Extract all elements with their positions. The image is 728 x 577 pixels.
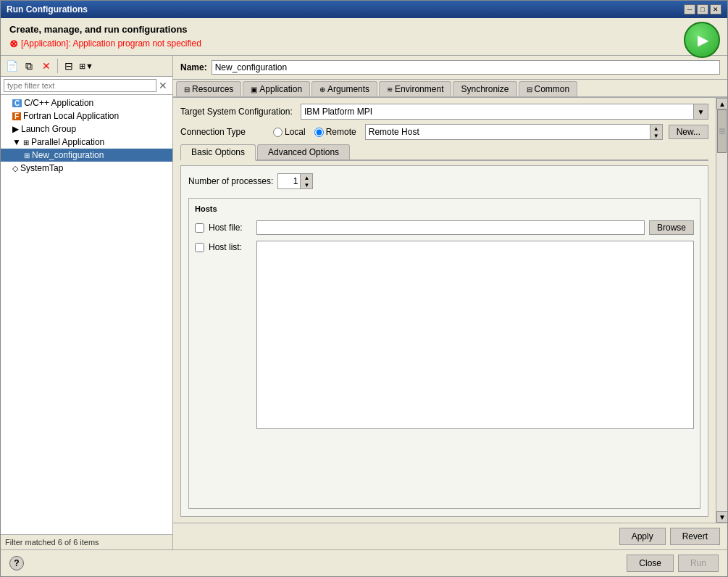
- c-cpp-icon: C: [12, 99, 22, 107]
- config-content: Target System Configuration: ▼ Connectio…: [173, 98, 716, 523]
- run-button[interactable]: Run: [678, 555, 719, 572]
- tab-advanced-options[interactable]: Advanced Options: [257, 144, 350, 159]
- scroll-down-button[interactable]: ▼: [716, 511, 727, 523]
- delete-config-button[interactable]: ✕: [38, 58, 54, 74]
- remote-radio-item[interactable]: Remote: [314, 127, 356, 137]
- parallel-app-icon: ⊞: [23, 138, 29, 146]
- host-list-label: Host list:: [209, 242, 252, 252]
- tab-common-label: Common: [535, 84, 570, 94]
- remote-host-down-btn[interactable]: ▼: [650, 132, 662, 139]
- revert-button[interactable]: Revert: [670, 528, 720, 545]
- tab-application-label: Application: [259, 84, 302, 94]
- remote-radio[interactable]: [314, 128, 324, 137]
- target-system-dropdown-btn[interactable]: ▼: [693, 104, 708, 119]
- scroll-thumb[interactable]: [717, 109, 727, 153]
- common-icon: ⊟: [527, 86, 532, 94]
- tab-resources[interactable]: ⊟ Resources: [176, 81, 241, 96]
- sidebar: 📄 ⧉ ✕ ⊟ ⊞▼ ✕ C C/C++ Application F: [1, 56, 173, 549]
- tab-application[interactable]: ▣ Application: [243, 81, 310, 96]
- sidebar-item-fortran[interactable]: F Fortran Local Application: [1, 109, 172, 123]
- sidebar-item-label-launch-group: Launch Group: [21, 124, 76, 134]
- local-radio[interactable]: [273, 128, 283, 137]
- collapse-all-button[interactable]: ⊞▼: [78, 58, 94, 74]
- sidebar-item-label-c-cpp: C/C++ Application: [24, 98, 93, 108]
- help-button[interactable]: ?: [9, 556, 24, 570]
- footer: ? Close Run: [1, 549, 727, 576]
- host-list-checkbox[interactable]: [195, 243, 204, 252]
- scroll-grip: [719, 129, 725, 134]
- duplicate-config-button[interactable]: ⧉: [21, 58, 37, 74]
- tab-environment[interactable]: ≋ Environment: [379, 81, 451, 96]
- filter-clear-icon[interactable]: ✕: [156, 79, 170, 92]
- name-label: Name:: [180, 62, 207, 72]
- dialog-header: Create, manage, and run configurations ⊗…: [1, 18, 727, 56]
- sidebar-item-label-systemtap: SystemTap: [20, 163, 63, 173]
- remote-host-up-btn[interactable]: ▲: [650, 125, 662, 132]
- tab-basic-options[interactable]: Basic Options: [180, 144, 256, 161]
- sidebar-item-c-cpp[interactable]: C C/C++ Application: [1, 96, 172, 109]
- browse-button[interactable]: Browse: [649, 220, 694, 235]
- fortran-icon: F: [12, 112, 21, 120]
- new-remote-button[interactable]: New...: [669, 125, 708, 139]
- inner-content: Number of processes: ▲ ▼: [180, 165, 708, 517]
- remote-host-spinners: ▲ ▼: [650, 125, 662, 139]
- launch-group-icon: ▶: [12, 124, 19, 134]
- maximize-button[interactable]: □: [697, 4, 708, 14]
- tab-environment-label: Environment: [395, 84, 443, 94]
- num-processes-down-btn[interactable]: ▼: [301, 181, 312, 188]
- host-file-input[interactable]: [256, 220, 645, 235]
- connection-type-label: Connection Type: [180, 127, 267, 137]
- sidebar-tree: C C/C++ Application F Fortran Local Appl…: [1, 95, 172, 534]
- systemtap-icon: ◇: [12, 164, 18, 173]
- tab-arguments[interactable]: ⊕ Arguments: [311, 81, 377, 96]
- dialog-title: Create, manage, and run configurations: [9, 24, 719, 35]
- sidebar-item-launch-group[interactable]: ▶ Launch Group: [1, 123, 172, 136]
- new-config-icon: ⊞: [24, 151, 30, 159]
- connection-type-row: Connection Type Local Remote: [180, 124, 708, 140]
- remote-host-input[interactable]: [366, 125, 650, 138]
- sidebar-item-label-fortran: Fortran Local Application: [23, 111, 119, 121]
- close-button[interactable]: ✕: [710, 4, 721, 14]
- target-system-combo[interactable]: ▼: [301, 104, 708, 120]
- filter-button[interactable]: ⊟: [61, 58, 77, 74]
- close-button[interactable]: Close: [627, 555, 674, 572]
- sidebar-item-label-new-config: New_configuration: [32, 150, 104, 160]
- synchronize-label: Synchronize: [461, 84, 509, 94]
- run-icon-button[interactable]: [684, 22, 720, 58]
- sidebar-item-systemtap[interactable]: ◇ SystemTap: [1, 162, 172, 175]
- scroll-up-button[interactable]: ▲: [716, 98, 727, 109]
- arguments-icon: ⊕: [319, 86, 325, 94]
- name-input[interactable]: [212, 60, 720, 75]
- filter-input[interactable]: [4, 79, 156, 92]
- sidebar-item-parallel-app[interactable]: ▼ ⊞ Parallel Application: [1, 136, 172, 149]
- num-processes-row: Number of processes: ▲ ▼: [188, 173, 700, 189]
- tab-common[interactable]: ⊟ Common: [519, 81, 578, 96]
- apply-button[interactable]: Apply: [619, 528, 666, 545]
- host-list-textarea[interactable]: [256, 241, 694, 429]
- error-text: [Application]: Application program not s…: [21, 38, 201, 49]
- error-icon: ⊗: [9, 38, 18, 49]
- target-system-input[interactable]: [301, 105, 693, 118]
- num-processes-input[interactable]: [278, 175, 300, 188]
- num-processes-spinner[interactable]: ▲ ▼: [277, 173, 313, 189]
- scroll-track[interactable]: [716, 109, 727, 511]
- num-processes-spin-btns: ▲ ▼: [300, 174, 312, 188]
- num-processes-up-btn[interactable]: ▲: [301, 174, 312, 181]
- local-label: Local: [285, 127, 306, 137]
- radio-group: Local Remote: [273, 127, 356, 137]
- sidebar-item-new-config[interactable]: ⊞ New_configuration: [1, 149, 172, 162]
- num-processes-label: Number of processes:: [188, 176, 273, 186]
- remote-host-combo[interactable]: ▲ ▼: [365, 124, 663, 140]
- tab-synchronize[interactable]: Synchronize: [453, 81, 516, 96]
- minimize-button[interactable]: ─: [684, 4, 695, 14]
- local-radio-item[interactable]: Local: [273, 127, 306, 137]
- target-system-row: Target System Configuration: ▼: [180, 104, 708, 120]
- new-config-button[interactable]: 📄: [4, 58, 20, 74]
- host-file-checkbox[interactable]: [195, 223, 204, 233]
- toolbar-separator-1: [57, 59, 58, 73]
- host-file-row: Host file: Browse: [195, 220, 694, 235]
- target-system-label: Target System Configuration:: [180, 107, 296, 117]
- title-bar: Run Configurations ─ □ ✕: [1, 1, 727, 18]
- tabs-row: ⊟ Resources ▣ Application ⊕ Arguments ≋ …: [173, 80, 727, 98]
- config-area: Target System Configuration: ▼ Connectio…: [173, 98, 716, 523]
